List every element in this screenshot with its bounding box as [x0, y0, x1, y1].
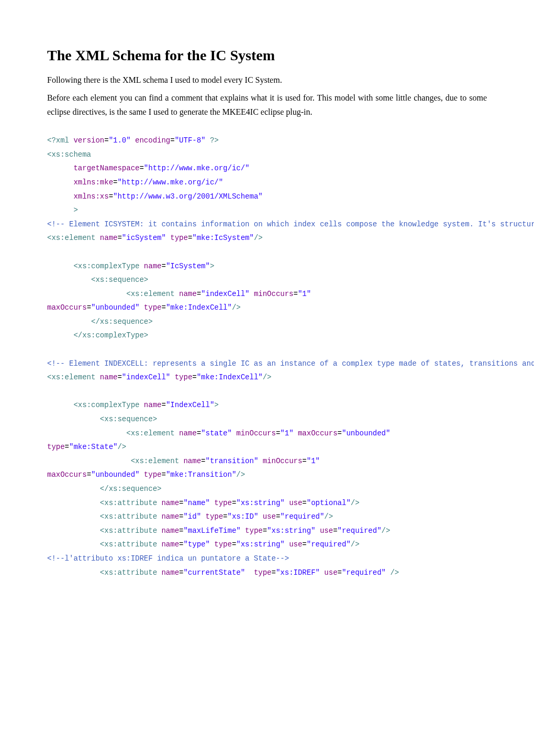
page-title: The XML Schema for the IC System — [47, 47, 487, 64]
comment-icsystem: <!-- Element ICSYSTEM: it contains infor… — [47, 220, 534, 228]
code-block: <?xml version="1.0" encoding="UTF-8" ?> … — [47, 134, 487, 579]
comment-indexcell: <!-- Element INDEXCELL: represents a sin… — [47, 359, 534, 368]
intro-paragraph-2: Before each element you can find a comme… — [47, 91, 487, 119]
intro-paragraph-1: Following there is the XML schema I used… — [47, 73, 487, 87]
comment-idref: <!--l'attributo xs:IDREF indica un punta… — [47, 554, 289, 563]
